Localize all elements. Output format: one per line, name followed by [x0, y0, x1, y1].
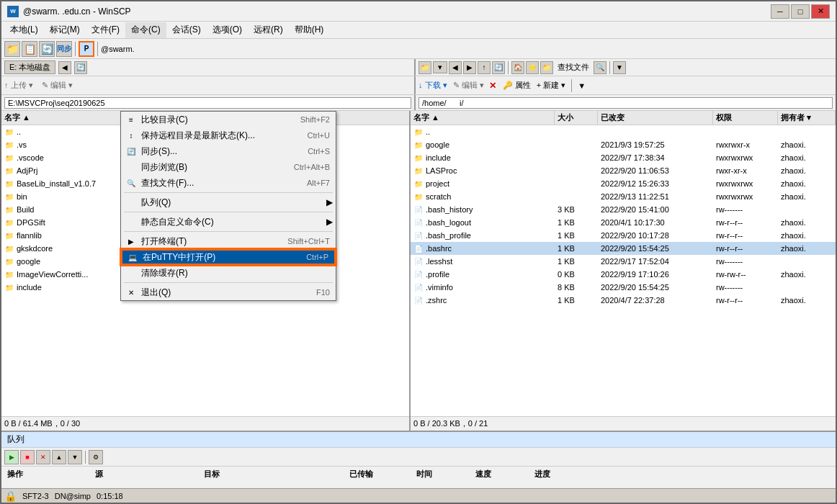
menu-remote[interactable]: 远程(R) — [248, 22, 289, 38]
menu-find-file[interactable]: 🔍 查找文件(F)... Alt+F7 — [121, 175, 336, 191]
right-fwd-btn[interactable]: ▶ — [463, 61, 476, 74]
toolbar-btn-3[interactable]: 🔄 — [39, 41, 55, 57]
queue-title-text: 队列 — [7, 433, 24, 446]
right-new-label: + 新建 ▾ — [537, 80, 566, 91]
queue-title: 队列 — [1, 432, 836, 448]
menu-mark[interactable]: 标记(M) — [44, 22, 86, 38]
cache-icon — [125, 267, 137, 279]
sync-icon: 🔄 — [125, 145, 137, 157]
sftp-label: SFT2-3 — [22, 492, 49, 500]
right-fav-btn[interactable]: ⭐ — [526, 61, 539, 74]
title-bar-text: @swarm. .edu.cn - WinSCP — [23, 6, 771, 17]
left-upload-label: ↑ 上传 ▾ — [4, 80, 33, 91]
menu-sep-1 — [124, 192, 333, 193]
user-label: DN@simp — [55, 492, 91, 500]
menu-compare-dirs[interactable]: ≡ 比较目录(C) Shift+F2 — [121, 112, 336, 127]
address-bars — [1, 95, 836, 111]
queue-stop-btn[interactable]: ■ — [20, 450, 35, 464]
putty-icon: 💻 — [127, 251, 138, 263]
menu-bar: 本地(L) 标记(M) 文件(F) 命令(C) 会话(S) 选项(O) 远程(R… — [1, 22, 836, 39]
toolbar-sep-1 — [75, 42, 76, 56]
menu-exit[interactable]: ✕ 退出(Q) F10 — [121, 284, 336, 300]
queue-header-time: 时间 — [416, 469, 432, 480]
app-icon: W — [7, 6, 19, 17]
compare-icon: ≡ — [125, 114, 137, 125]
find-icon: 🔍 — [125, 177, 137, 189]
menu-help[interactable]: 帮助(H) — [289, 22, 330, 38]
left-refresh-btn[interactable]: 🔄 — [74, 61, 87, 74]
queue-headers: 操作 源 目标 已传输 时间 速度 进度 — [1, 467, 836, 481]
queue-header-progress: 进度 — [534, 469, 550, 480]
toolbar-sync[interactable]: 同步 — [56, 41, 72, 57]
main-toolbar: 📁 📋 🔄 同步 P @swarm. — [1, 39, 836, 59]
right-home-btn[interactable]: 🏠 — [511, 61, 524, 74]
menu-options[interactable]: 选项(O) — [207, 22, 248, 38]
lock-icon: 🔒 — [4, 490, 17, 502]
file-panels: 名字 ▲ 已改变 📁.. 📁.vs 2022/9/19 11:57:26 📁.v… — [1, 111, 836, 431]
custom-icon — [125, 216, 137, 228]
right-folder2-btn[interactable]: 📁 — [540, 61, 553, 74]
title-bar-controls: ─ □ ✕ — [771, 4, 830, 19]
menu-command[interactable]: 命令(C) — [125, 22, 166, 38]
menu-open-terminal[interactable]: ▶ 打开终端(T) Shift+Ctrl+T — [121, 233, 336, 249]
toolbar-btn-1[interactable]: 📁 — [4, 41, 20, 57]
sync-browse-icon — [125, 161, 137, 173]
maximize-button[interactable]: □ — [791, 4, 810, 19]
find-files-btn[interactable]: 🔍 — [594, 61, 607, 74]
menu-sep-2 — [124, 212, 333, 212]
queue-toolbar: ▶ ■ ✕ ▲ ▼ ⚙ — [1, 448, 836, 467]
close-button[interactable]: ✕ — [811, 4, 830, 19]
menu-static-custom[interactable]: 静态自定义命令(C) ▶ — [121, 214, 336, 230]
queue-up-btn[interactable]: ▲ — [52, 450, 66, 464]
right-path-dropdown[interactable]: ▾ — [433, 61, 447, 73]
left-address-input[interactable] — [4, 97, 411, 109]
right-delete-btn[interactable]: ✕ — [487, 80, 498, 91]
menu-sep-4 — [124, 282, 333, 283]
right-refresh-btn[interactable]: 🔄 — [492, 61, 505, 74]
queue-del-btn[interactable]: ✕ — [36, 450, 50, 464]
custom-arrow: ▶ — [326, 217, 333, 227]
find-files-label: 查找文件 — [555, 62, 592, 73]
right-more-label: ▼ — [578, 81, 586, 90]
menu-file[interactable]: 文件(F) — [86, 22, 125, 38]
queue-area: 队列 ▶ ■ ✕ ▲ ▼ ⚙ 操作 源 目标 已传输 时间 速度 进度 — [1, 431, 836, 488]
path-bars: E: 本地磁盘 ◀ 🔄 📁 ▾ ◀ ▶ ↑ 🔄 🏠 ⭐ 📁 查找文件 🔍 ▼ — [1, 59, 836, 76]
command-dropdown: ≡ 比较目录(C) Shift+F2 ↕ 保持远程目录是最新状态(K)... C… — [120, 111, 336, 301]
right-more-btn[interactable]: ▼ — [613, 61, 626, 74]
left-nav-btn[interactable]: ◀ — [58, 61, 71, 74]
title-bar: W @swarm. .edu.cn - WinSCP ─ □ ✕ — [1, 1, 836, 22]
right-download-label: ↓ 下载 ▾ — [418, 80, 447, 91]
right-nav-btn[interactable]: ◀ — [449, 61, 462, 74]
minimize-button[interactable]: ─ — [771, 4, 789, 19]
menu-queue[interactable]: 队列(Q) ▶ — [121, 194, 336, 210]
exit-icon: ✕ — [125, 287, 137, 298]
right-address-input[interactable] — [418, 97, 833, 109]
menu-session[interactable]: 会话(S) — [166, 22, 207, 38]
menu-open-putty[interactable]: 💻 在PuTTY中打开(P) Ctrl+P — [121, 249, 336, 265]
drive-selector[interactable]: E: 本地磁盘 — [4, 60, 55, 74]
right-sep3 — [571, 79, 572, 92]
right-folder-btn[interactable]: 📁 — [418, 61, 431, 74]
menu-local[interactable]: 本地(L) — [4, 22, 44, 38]
menu-sep-3 — [124, 231, 333, 232]
session-label: @swarm. — [101, 45, 135, 53]
queue-settings-btn[interactable]: ⚙ — [89, 450, 103, 464]
menu-sync[interactable]: 🔄 同步(S)... Ctrl+S — [121, 143, 336, 159]
menu-sync-browse[interactable]: 同步浏览(B) Ctrl+Alt+B — [121, 159, 336, 175]
queue-down-btn[interactable]: ▼ — [68, 450, 82, 464]
bottom-status: 🔒 SFT2-3 DN@simp 0:15:18 — [1, 488, 836, 503]
right-up-btn[interactable]: ↑ — [478, 61, 491, 74]
keep-icon: ↕ — [125, 130, 137, 141]
queue-header-dest: 目标 — [204, 469, 220, 480]
menu-clear-cache[interactable]: 清除缓存(R) — [121, 265, 336, 281]
toolbar-btn-2[interactable]: 📋 — [22, 41, 37, 57]
menu-keep-remote[interactable]: ↕ 保持远程目录是最新状态(K)... Ctrl+U — [121, 127, 336, 143]
queue-header-action: 操作 — [7, 469, 23, 480]
secondary-toolbar: ↑ 上传 ▾ ✎ 编辑 ▾ ↓ 下载 ▾ ✎ 编辑 ▾ ✕ 🔑 属性 + 新建 … — [1, 76, 836, 95]
right-edit-label: ✎ 编辑 ▾ — [453, 80, 484, 91]
queue-start-btn[interactable]: ▶ — [4, 450, 19, 464]
queue-arrow: ▶ — [326, 197, 333, 207]
right-attr-label: 🔑 属性 — [503, 80, 531, 91]
toolbar-terminal[interactable]: P — [79, 41, 94, 57]
queue-header-transferred: 已传输 — [349, 469, 373, 480]
